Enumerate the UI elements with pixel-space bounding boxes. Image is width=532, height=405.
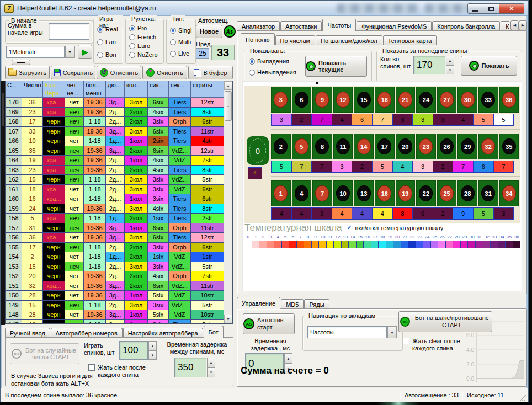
board-number-cell[interactable]: 20 <box>396 134 416 159</box>
table-row[interactable]: 16215черннеч1-182д...3кол3sixVdZ...5str <box>6 175 224 185</box>
spins-count-value[interactable]: 100 <box>119 341 148 360</box>
game-on-option-2[interactable]: Bon <box>97 51 118 58</box>
main-tab-3[interactable]: Функционал PsevdoMS <box>357 21 432 31</box>
freq-subtab-2[interactable]: По шансам/дюж/кол <box>316 35 382 45</box>
table-row[interactable]: 16419кра...неч19-362д...1кол4sixVdZ7str <box>6 156 224 166</box>
board-number-cell[interactable]: 34 <box>499 180 519 206</box>
table-grid[interactable]: С...ЧислоКра...четбол...дю...кол...сик..… <box>6 81 224 323</box>
table-row[interactable]: 15220чернчет19-362д...2кол4sixOrph7str <box>6 271 224 281</box>
show-mode-option-0[interactable]: Выпадения <box>249 58 296 65</box>
table-row[interactable]: 15731черннеч19-363д...1кол6sixOrph11str <box>6 223 224 233</box>
board-number-cell[interactable]: 13 <box>354 180 374 206</box>
board-number-cell[interactable]: 28 <box>457 180 477 206</box>
board-number-cell[interactable]: 7 <box>312 180 332 206</box>
type-radio-0[interactable] <box>170 28 176 34</box>
random-bot-start-button[interactable]: Bot Бот на случайные числа СТАРТ <box>10 343 79 364</box>
spin-delay-value[interactable]: 350 <box>174 358 206 377</box>
spins-count-stepper[interactable]: 100 ▲▼ <box>119 341 157 360</box>
control-tab-0[interactable]: Управление <box>237 297 280 309</box>
spin-down-icon[interactable]: ▼ <box>148 350 157 360</box>
board-number-cell[interactable]: 11 <box>333 134 353 159</box>
clear-button[interactable]: * Очистить <box>142 66 187 79</box>
board-number-cell[interactable]: 17 <box>375 134 395 159</box>
roulette-radio-2[interactable] <box>129 43 135 49</box>
board-number-cell[interactable]: 27 <box>437 87 457 113</box>
scroll-up-icon[interactable]: ▲ <box>224 81 232 90</box>
autospin-start-button[interactable]: AS Автоспин старт <box>243 313 295 334</box>
table-row[interactable]: 15132кра...чет19-363д...2кол6sixVdZ...11… <box>6 281 224 291</box>
roulette-radio-3[interactable] <box>129 52 135 58</box>
last-spins-value[interactable]: 170 <box>413 56 445 74</box>
board-number-cell[interactable]: 16 <box>375 180 395 206</box>
bot-tab-2[interactable]: Настройки автограббера <box>123 328 203 338</box>
show-current-button[interactable]: Показать текущие <box>305 56 367 77</box>
table-row[interactable]: 14828чернчет19-363д...1кол5sixVdZ10str <box>6 310 224 320</box>
save-button[interactable]: Сохранить <box>51 66 95 79</box>
board-number-cell[interactable]: 10 <box>333 180 353 206</box>
board-number-cell[interactable]: 29 <box>457 134 477 159</box>
freq-subtab-0[interactable]: По полю <box>241 33 275 45</box>
spin-up-icon[interactable]: ▲ <box>148 341 157 350</box>
game-on-option-1[interactable]: Fan <box>97 39 118 45</box>
side-scroll-strip[interactable] <box>1 81 5 325</box>
table-row[interactable]: 14915черннеч1-182д...3кол3sixVdZ...5str <box>6 301 224 311</box>
collapse-button[interactable] <box>12 60 30 65</box>
show-mode-option-1[interactable]: Невыпадения <box>249 69 296 76</box>
board-number-cell[interactable]: 21 <box>396 87 416 113</box>
tabs-scroll-left-icon[interactable]: ◀ <box>510 20 519 30</box>
table-row[interactable]: 14713черннеч1-182д...1кол3sixTiers5str <box>6 320 224 324</box>
table-row[interactable]: 15315черннеч1-182д...3кол3sixVdZ...5str <box>6 262 224 272</box>
table-row[interactable]: 15028чернчет19-363д...1кол5sixVdZ10str <box>6 291 224 301</box>
board-number-cell[interactable]: 33 <box>478 87 498 113</box>
table-row[interactable]: 16817черннеч1-182д...2кол3sixOrph6str <box>6 117 224 127</box>
resize-grip[interactable] <box>520 394 526 401</box>
board-number-cell[interactable]: 3 <box>271 87 291 113</box>
table-row[interactable]: 15517черннеч1-182д...2кол3sixOrph6str <box>6 243 224 253</box>
type-radio-2[interactable] <box>170 51 176 57</box>
game-on-option-0[interactable]: Real <box>97 26 118 33</box>
autoshift-icon[interactable]: As <box>224 25 236 38</box>
main-tab-4[interactable]: Контроль банкролла <box>432 21 500 31</box>
spin-delay-stepper[interactable]: 350 ▲▼ <box>174 358 215 377</box>
control-tab-1[interactable]: MD5 <box>281 299 304 309</box>
copy-buffer-button[interactable]: В буфер <box>188 66 233 79</box>
roulette-option-3[interactable]: NoZero <box>129 51 158 58</box>
chance-bot-start-button[interactable]: Bot Бот на шанс/противошанс СТАРТ <box>398 311 492 332</box>
board-number-cell[interactable]: 31 <box>478 180 498 206</box>
main-tab-5[interactable]: Колесо <box>501 21 509 31</box>
bot-tab-1[interactable]: Автограббер номеров <box>51 328 123 338</box>
clear-after-spin-checkbox[interactable] <box>403 338 409 344</box>
scroll-down-icon[interactable]: ▼ <box>224 315 232 323</box>
roulette-radio-1[interactable] <box>129 34 135 40</box>
board-number-cell[interactable]: 14 <box>354 134 374 159</box>
maximize-button[interactable] <box>483 3 499 14</box>
minimize-button[interactable] <box>467 3 483 14</box>
table-row[interactable]: 1542чернчет1-181д...2кол1sixVdZ1str <box>6 252 224 262</box>
table-row[interactable]: 17036кра...чет19-363д...3кол6sixTiers12s… <box>6 98 224 108</box>
show-mode-radio-1[interactable] <box>249 70 255 76</box>
spin-up-icon[interactable]: ▲ <box>207 358 215 367</box>
tab-navigation-combobox[interactable]: Частоты ▼ <box>307 326 397 338</box>
show-mode-radio-0[interactable] <box>249 58 255 65</box>
temperature-toggle-checkbox[interactable] <box>347 225 353 231</box>
game-on-radio-2[interactable] <box>97 52 103 58</box>
chevron-down-icon[interactable]: ▼ <box>387 326 397 338</box>
table-row[interactable]: 16535черннеч19-363д...2кол6sixVdZ...12st… <box>6 146 224 156</box>
roulette-option-1[interactable]: French <box>129 34 158 40</box>
table-row[interactable]: 1585кра...неч1-181д...2кол1sixTiers2str <box>6 214 224 223</box>
control-tab-2[interactable]: Ряды <box>304 299 329 309</box>
spin-down-icon[interactable]: ▼ <box>446 65 454 74</box>
table-row[interactable]: 16118кра...чет1-182д...3кол3sixVdZ6str <box>6 185 224 195</box>
bot-tab-0[interactable]: Ручной ввод <box>5 328 50 338</box>
undo-button[interactable]: ↺ Отменить <box>97 66 141 79</box>
freq-subtab-1[interactable]: По числам <box>275 35 316 45</box>
board-number-cell[interactable]: 12 <box>333 87 353 113</box>
board-number-cell[interactable]: 9 <box>312 87 332 113</box>
board-number-cell[interactable]: 18 <box>375 87 395 113</box>
type-radio-1[interactable] <box>170 39 176 45</box>
profile-combobox[interactable]: 1Melonati ▼ <box>6 46 75 58</box>
table-row[interactable]: 16610чернчет1-181д...1кол2sixTiers4str <box>6 136 224 146</box>
table-scrollbar[interactable]: ▲ ≡ ▼ <box>224 81 232 323</box>
new-button[interactable]: Новое <box>196 25 222 38</box>
table-row[interactable]: 16923кра...неч19-362д...2кол4sixTiers8st… <box>6 108 224 118</box>
